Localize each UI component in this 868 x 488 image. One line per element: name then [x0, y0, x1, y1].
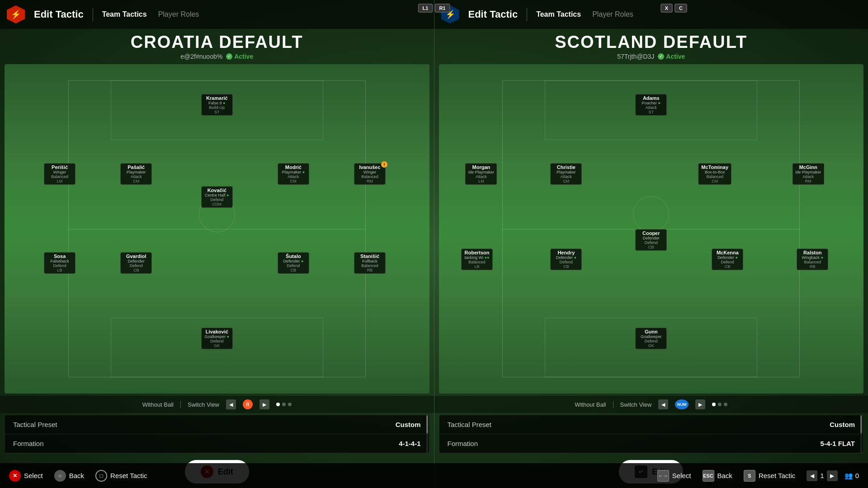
player-christie[interactable]: Christie Playmaker Attack CM	[550, 163, 582, 185]
left-without-ball[interactable]: Without Ball	[142, 401, 174, 408]
right-dot-3	[724, 403, 727, 406]
left-team-name: CROATIA Default	[0, 33, 434, 52]
player-robertson[interactable]: Robertson tacking Wi ●● Balanced LB	[461, 249, 493, 270]
right-active-dot: ✓	[658, 53, 664, 60]
left-field: Kramarić False 9 ● Build-Up ST Perišić W…	[5, 64, 429, 394]
left-formation-value: 4-1-4-1	[399, 440, 420, 447]
left-nav-dots	[276, 403, 292, 406]
right-num-btn[interactable]: NUM	[675, 399, 689, 409]
player-mcginn[interactable]: McGinn ide Playmaker Attack RM	[792, 163, 824, 185]
left-active-badge: ✓ Active	[226, 53, 253, 60]
player-ralston[interactable]: Ralston Wingback ● Balanced RB	[797, 249, 828, 270]
left-view-prev[interactable]: ◀	[226, 399, 236, 409]
users-count: 0	[855, 472, 859, 479]
right-scrollbar-thumb	[860, 415, 862, 433]
c-button[interactable]: C	[675, 4, 687, 13]
left-dot-1	[276, 403, 280, 406]
left-edit-tactic-title: Edit Tactic	[34, 9, 84, 20]
right-back-label: Back	[717, 472, 732, 479]
right-header: ⚡ Edit Tactic Team Tactics Player Roles	[434, 0, 868, 29]
player-sosa[interactable]: Sosa Falseback Defend LB	[44, 252, 75, 274]
player-stanisic[interactable]: Stanišić Fullback Balanced RB	[354, 252, 386, 274]
left-switch-view: Switch View	[188, 401, 219, 408]
right-view-prev[interactable]: ◀	[658, 399, 668, 409]
left-active-label: Active	[234, 53, 253, 60]
users-icon: 👥	[844, 472, 853, 480]
left-select-action: ✕ Select	[9, 470, 43, 482]
left-view-divider	[180, 401, 181, 408]
right-tactic-preset-row: Tactical Preset Custom	[439, 415, 863, 434]
left-select-label: Select	[24, 472, 43, 479]
right-team-section: SCOTLAND Default 57Trjth@D3J ✓ Active	[434, 29, 868, 62]
left-tactic-info: Tactical Preset Custom Formation 4-1-4-1	[5, 415, 429, 454]
left-user: e@2f#nuoob%	[180, 53, 222, 60]
player-morgan[interactable]: Morgan ide Playmaker Attack LM	[465, 163, 497, 185]
main-container: ⚡ Edit Tactic Team Tactics Player Roles …	[0, 0, 868, 488]
right-nav-player-roles[interactable]: Player Roles	[592, 10, 633, 19]
left-r-btn[interactable]: R	[243, 399, 253, 409]
left-scrollbar-thumb	[426, 415, 428, 433]
right-select-btn-icon[interactable]: ←→	[657, 470, 669, 482]
right-edit-tactic-title: Edit Tactic	[468, 9, 518, 20]
right-back-btn-icon[interactable]: ESC	[703, 470, 714, 482]
left-select-btn-icon[interactable]: ✕	[9, 470, 21, 482]
right-active-badge: ✓ Active	[658, 53, 685, 60]
player-sutalo[interactable]: Šutalo Defender ● Defend CB	[278, 252, 309, 274]
l1-button[interactable]: L1	[418, 4, 433, 13]
player-kramaric[interactable]: Kramarić False 9 ● Build-Up ST	[201, 94, 233, 116]
left-panel: ⚡ Edit Tactic Team Tactics Player Roles …	[0, 0, 434, 488]
left-team-section: CROATIA Default e@2f#nuoob% ✓ Active	[0, 29, 434, 62]
right-formation-value: 5-4-1 FLAT	[821, 440, 855, 447]
left-scrollbar[interactable]	[426, 415, 428, 453]
right-nav-team-tactics[interactable]: Team Tactics	[536, 10, 581, 19]
panels-row: ⚡ Edit Tactic Team Tactics Player Roles …	[0, 0, 868, 488]
player-modric[interactable]: Modrić Playmaker ● Attack CM	[278, 163, 309, 185]
r1-button[interactable]: R1	[434, 4, 450, 13]
left-nav-team-tactics[interactable]: Team Tactics	[102, 10, 147, 19]
player-gunn[interactable]: Gunn Goalkeeper Defend GK	[635, 328, 667, 349]
right-nav-dots	[712, 403, 727, 406]
left-view-next[interactable]: ▶	[259, 399, 269, 409]
player-adams[interactable]: Adams Poacher ● Attack ST	[635, 94, 667, 116]
left-tactic-preset-row: Tactical Preset Custom	[5, 415, 429, 434]
player-gvardiol[interactable]: Gvardiol Defender Defend CB	[120, 252, 152, 274]
player-mctominay[interactable]: McTominay Box-to-Box Balanced CM	[698, 163, 731, 185]
left-team-sub: e@2f#nuoob% ✓ Active	[0, 53, 434, 60]
player-cooper[interactable]: Cooper Defender Defend CB	[635, 229, 667, 251]
right-without-ball[interactable]: Without Ball	[575, 401, 606, 408]
users-indicator: 👥 0	[844, 472, 859, 480]
right-select-label: Select	[672, 472, 691, 479]
right-tactical-preset-label: Tactical Preset	[448, 421, 492, 428]
x-button[interactable]: X	[660, 4, 673, 13]
right-dot-2	[718, 403, 722, 406]
player-hendry[interactable]: Hendry Defender ● Defend CB	[550, 249, 582, 270]
right-formation-label: Formation	[448, 440, 478, 447]
left-back-btn-icon[interactable]: ○	[54, 470, 66, 482]
player-mckenna[interactable]: McKenna Defender ● Defend CB	[712, 249, 743, 270]
page-prev[interactable]: ◀	[807, 470, 817, 481]
bottom-right: ◀ 1 ▶ 👥 0	[807, 470, 859, 481]
left-active-dot: ✓	[226, 53, 232, 60]
right-field-inner: Adams Poacher ● Attack ST Morgan ide Pla…	[439, 64, 864, 394]
right-scrollbar[interactable]	[860, 415, 862, 453]
right-formation-row: Formation 5-4-1 FLAT	[439, 434, 863, 453]
player-perisic[interactable]: Perišić Winger Balanced LM	[44, 163, 75, 185]
player-ivanusec[interactable]: Ivanušec Winger Balanced RM !	[354, 163, 386, 185]
right-view-controls: Without Ball Switch View ◀ NUM ▶	[434, 396, 868, 413]
player-livakovic[interactable]: Livaković Goalkeeper ● Defend GK	[201, 328, 233, 349]
page-next[interactable]: ▶	[827, 470, 838, 481]
right-panel: ⚡ Edit Tactic Team Tactics Player Roles …	[434, 0, 868, 488]
player-pasalic[interactable]: Pašalić Playmaker Attack CM	[120, 163, 152, 185]
left-reset-action: □ Reset Tactic	[95, 470, 147, 482]
player-kovacic[interactable]: Kovačić Centre Half ● Defend CDM	[201, 186, 233, 208]
left-reset-label: Reset Tactic	[110, 472, 147, 479]
right-tactical-preset-value: Custom	[830, 421, 855, 428]
left-reset-btn-icon[interactable]: □	[95, 470, 107, 482]
right-team-name: SCOTLAND Default	[434, 33, 868, 52]
left-dot-3	[288, 403, 292, 406]
left-nav-player-roles[interactable]: Player Roles	[158, 10, 199, 19]
right-select-action: ←→ Select	[657, 470, 691, 482]
left-header: ⚡ Edit Tactic Team Tactics Player Roles	[0, 0, 434, 29]
right-view-next[interactable]: ▶	[695, 399, 705, 409]
right-reset-btn-icon[interactable]: S	[744, 470, 755, 482]
